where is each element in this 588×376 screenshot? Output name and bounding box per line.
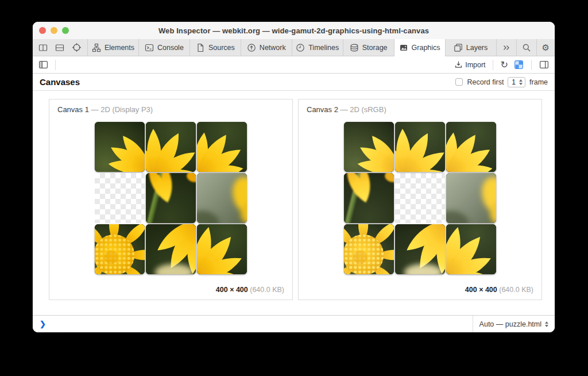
- execution-context-label: Auto — puzzle.html: [479, 320, 541, 328]
- canvas-preview-grid[interactable]: [344, 122, 496, 274]
- more-tabs-button[interactable]: [497, 39, 516, 56]
- puzzle-tile-petals-rise: [197, 122, 247, 172]
- puzzle-tile-petals-spread: [197, 224, 247, 274]
- canvas-size-line: 400 × 400 (640.0 KB): [216, 286, 284, 294]
- window-title: Web Inspector — webkit.org — wide-gamut-…: [158, 26, 429, 35]
- import-button[interactable]: Import: [452, 60, 488, 69]
- puzzle-tile-petal-stem: [344, 173, 394, 223]
- record-first-controls: Record first 1 frame: [455, 77, 548, 87]
- tab-sources[interactable]: Sources: [190, 39, 241, 56]
- puzzle-tile-petals-sweep: [146, 224, 196, 274]
- network-icon: [247, 43, 256, 52]
- tab-network[interactable]: Network: [241, 39, 292, 56]
- canvas-card-2[interactable]: Canvas 2 — 2D (sRGB) 400 × 400 (640.0 KB…: [298, 99, 542, 300]
- sources-icon: [196, 43, 205, 52]
- tab-elements[interactable]: Elements: [88, 39, 139, 56]
- tab-label: Console: [157, 44, 184, 52]
- graphics-icon: [399, 43, 408, 52]
- dock-side-icon[interactable]: [38, 43, 48, 52]
- toggle-navigation-sidebar-icon[interactable]: [38, 60, 48, 70]
- tab-label: Network: [260, 44, 286, 52]
- elements-icon: [92, 43, 101, 52]
- canvas-context-type: — 2D (sRGB): [338, 105, 386, 114]
- tab-bar-right: ⚙: [497, 39, 555, 56]
- tab-label: Timelines: [308, 44, 339, 52]
- web-inspector-window: Web Inspector — webkit.org — wide-gamut-…: [33, 22, 555, 332]
- record-first-label: Record first: [467, 78, 504, 86]
- canvas-context-type: — 2D (Display P3): [89, 105, 153, 114]
- toggle-details-sidebar-icon: [539, 60, 549, 70]
- canvas-dimensions: 400 × 400: [465, 286, 497, 294]
- settings-icon: ⚙: [542, 43, 550, 53]
- tab-label: Sources: [208, 44, 235, 52]
- tab-timelines[interactable]: Timelines: [292, 39, 343, 56]
- zoom-button[interactable]: [62, 27, 69, 34]
- search-button[interactable]: [516, 39, 536, 56]
- canvas-preview-grid[interactable]: [95, 122, 247, 274]
- canvas-card-title: Canvas 1 — 2D (Display P3): [49, 99, 292, 114]
- timelines-icon: [296, 43, 305, 52]
- frame-count-value: 1: [508, 78, 518, 86]
- record-frame-unit: frame: [529, 78, 548, 86]
- more-tabs-icon: [502, 43, 511, 52]
- puzzle-tile-petals-fan: [395, 122, 445, 172]
- status-bar: ❯ Auto — puzzle.html: [33, 315, 555, 332]
- tab-strip: ElementsConsoleSourcesNetworkTimelinesSt…: [88, 39, 497, 56]
- toggle-details-sidebar-button[interactable]: [536, 60, 550, 70]
- transparency-grid-button[interactable]: [511, 60, 527, 70]
- transparent-tile: [95, 173, 145, 223]
- puzzle-tile-petals-fan: [146, 122, 196, 172]
- titlebar[interactable]: Web Inspector — webkit.org — wide-gamut-…: [33, 22, 555, 39]
- import-icon: [454, 60, 463, 69]
- minimize-button[interactable]: [51, 27, 57, 34]
- stepper-up-icon[interactable]: [519, 79, 523, 82]
- puzzle-tile-flower-center: [344, 224, 394, 274]
- import-label: Import: [465, 61, 485, 69]
- execution-context-picker[interactable]: Auto — puzzle.html: [473, 316, 555, 332]
- canvases-overview: Canvas 1 — 2D (Display P3) 400 × 400 (64…: [33, 91, 555, 315]
- element-picker-icon[interactable]: [72, 43, 82, 52]
- tab-layers[interactable]: Layers: [446, 39, 497, 56]
- puzzle-tile-petals-sweep: [395, 224, 445, 274]
- tab-graphics[interactable]: Graphics: [394, 39, 446, 56]
- frame-count-input[interactable]: 1: [508, 77, 525, 87]
- record-first-checkbox[interactable]: [455, 78, 463, 86]
- console-icon: [145, 43, 154, 52]
- canvas-memory-cost: (640.0 KB): [497, 286, 533, 294]
- refresh-icon: ↻: [501, 60, 508, 70]
- puzzle-tile-petals-rise: [446, 122, 496, 172]
- puzzle-tile-petal-blur: [446, 173, 496, 223]
- layers-icon: [454, 43, 463, 52]
- transparent-tile: [395, 173, 445, 223]
- canvas-dimensions: 400 × 400: [216, 286, 248, 294]
- canvas-size-line: 400 × 400 (640.0 KB): [465, 286, 533, 294]
- canvas-card-1[interactable]: Canvas 1 — 2D (Display P3) 400 × 400 (64…: [49, 99, 293, 300]
- dock-controls: [33, 39, 88, 56]
- canvas-name: Canvas 2: [307, 105, 338, 114]
- canvas-memory-cost: (640.0 KB): [248, 286, 284, 294]
- puzzle-tile-flower-center: [95, 224, 145, 274]
- page-title: Canvases: [40, 77, 80, 87]
- settings-button[interactable]: ⚙: [536, 39, 555, 56]
- tab-label: Storage: [362, 44, 388, 52]
- transparency-grid-icon: [514, 60, 524, 70]
- tab-console[interactable]: Console: [139, 39, 190, 56]
- tab-bar: ElementsConsoleSourcesNetworkTimelinesSt…: [33, 39, 555, 56]
- popup-arrows-icon: [545, 321, 548, 327]
- close-button[interactable]: [39, 27, 46, 34]
- stepper-down-icon[interactable]: [519, 83, 523, 85]
- divider: [531, 60, 532, 70]
- frame-count-stepper[interactable]: [518, 79, 525, 85]
- console-prompt-icon[interactable]: ❯: [33, 320, 53, 328]
- graphics-toolbar: Import ↻: [33, 56, 555, 74]
- divider: [493, 60, 493, 70]
- tab-storage[interactable]: Storage: [343, 39, 394, 56]
- puzzle-tile-petal-blur: [197, 173, 247, 223]
- canvas-card-title: Canvas 2 — 2D (sRGB): [299, 99, 541, 114]
- canvas-name: Canvas 1: [57, 105, 89, 114]
- divider: [55, 60, 56, 70]
- refresh-button[interactable]: ↻: [498, 60, 511, 70]
- traffic-lights: [39, 22, 69, 39]
- dock-bottom-icon[interactable]: [55, 43, 64, 52]
- storage-icon: [350, 43, 359, 52]
